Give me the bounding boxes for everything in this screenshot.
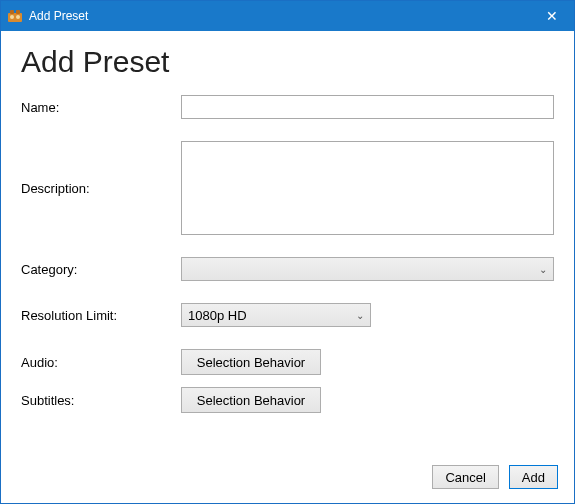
label-description: Description:: [21, 181, 181, 196]
close-button[interactable]: ✕: [529, 1, 574, 31]
dialog-footer: Cancel Add: [1, 455, 574, 503]
add-preset-dialog: Add Preset ✕ Add Preset Name: Descriptio…: [0, 0, 575, 504]
category-dropdown[interactable]: ⌄: [181, 257, 554, 281]
svg-point-2: [16, 15, 20, 19]
label-category: Category:: [21, 262, 181, 277]
audio-button-label: Selection Behavior: [197, 355, 305, 370]
subtitles-selection-behavior-button[interactable]: Selection Behavior: [181, 387, 321, 413]
cancel-button-label: Cancel: [445, 470, 485, 485]
cancel-button[interactable]: Cancel: [432, 465, 498, 489]
close-icon: ✕: [546, 8, 558, 24]
window-title: Add Preset: [29, 9, 529, 23]
resolution-limit-value: 1080p HD: [188, 308, 350, 323]
add-button-label: Add: [522, 470, 545, 485]
page-title: Add Preset: [21, 45, 554, 79]
description-input[interactable]: [181, 141, 554, 235]
svg-rect-4: [16, 10, 20, 14]
svg-rect-3: [10, 10, 14, 14]
label-name: Name:: [21, 100, 181, 115]
dialog-content: Add Preset Name: Description: Category: …: [1, 31, 574, 455]
titlebar: Add Preset ✕: [1, 1, 574, 31]
subtitles-button-label: Selection Behavior: [197, 393, 305, 408]
add-button[interactable]: Add: [509, 465, 558, 489]
chevron-down-icon: ⌄: [539, 264, 547, 275]
svg-point-1: [10, 15, 14, 19]
label-subtitles: Subtitles:: [21, 393, 181, 408]
resolution-limit-dropdown[interactable]: 1080p HD ⌄: [181, 303, 371, 327]
audio-selection-behavior-button[interactable]: Selection Behavior: [181, 349, 321, 375]
chevron-down-icon: ⌄: [356, 310, 364, 321]
app-icon: [7, 8, 23, 24]
name-input[interactable]: [181, 95, 554, 119]
preset-form: Name: Description: Category: ⌄ Resolutio…: [21, 95, 554, 413]
label-resolution-limit: Resolution Limit:: [21, 308, 181, 323]
label-audio: Audio:: [21, 355, 181, 370]
